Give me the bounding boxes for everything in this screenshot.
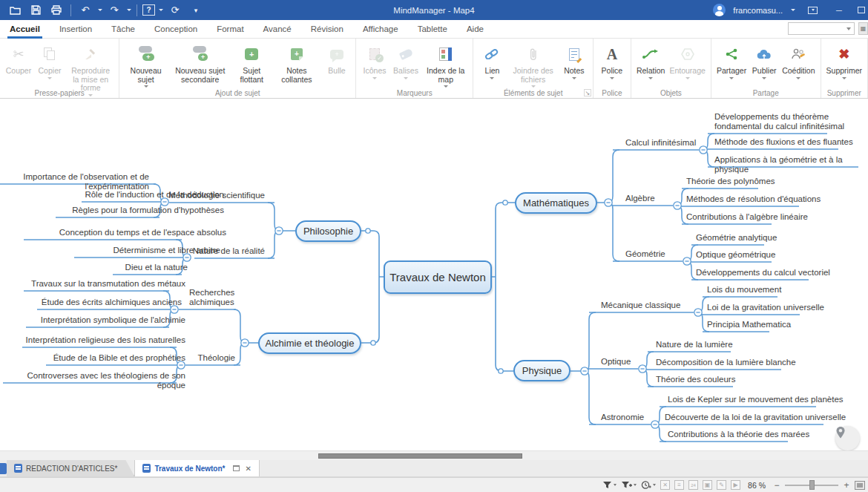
map-topic-methodes-de-resolution-d-equations[interactable]: Méthodes de résolution d'équations: [686, 194, 821, 204]
tab-revision[interactable]: Révision: [301, 20, 353, 39]
map-topic-lois-du-mouvement[interactable]: Lois du mouvement: [707, 285, 781, 295]
zoom-slider[interactable]: [785, 480, 838, 490]
map-topic-alchimie-et-theologie[interactable]: Alchimie et théologie: [258, 332, 361, 354]
horizontal-scrollbar[interactable]: [0, 450, 868, 460]
map-topic-decomposition-de-la-lumiere-blanche[interactable]: Décomposition de la lumière blanche: [656, 358, 796, 367]
split-view-icon[interactable]: [233, 465, 240, 471]
map-topic-interpretation-religieuse-des-lois-natur[interactable]: Interprétation religieuse des lois natur…: [26, 335, 185, 345]
open-file-icon[interactable]: [6, 3, 24, 18]
map-topic-loi-de-la-gravitation-universelle[interactable]: Loi de la gravitation universelle: [707, 303, 824, 312]
map-topic-applications-a-la-geometrie-et-a-la-phys[interactable]: Applications à la géométrie et à la phys…: [714, 155, 868, 174]
map-topic-interpretation-symbolique-de-l-alchimie[interactable]: Interprétation symbolique de l'alchimie: [41, 315, 185, 325]
map-topic-role-de-l-induction-et-de-la-deduction[interactable]: Rôle de l'induction et de la déduction: [85, 190, 224, 200]
close-icon[interactable]: ✕: [245, 465, 251, 473]
zoom-percentage[interactable]: 86 %: [748, 481, 766, 490]
account-name[interactable]: francomasu...: [733, 6, 783, 15]
nouveau-sujet-secondaire-button[interactable]: +Nouveau sujet secondaire: [169, 42, 231, 85]
map-topic-mecanique-classique[interactable]: Mécanique classique: [601, 301, 680, 310]
location-pin-button[interactable]: [835, 426, 860, 450]
tab-insertion[interactable]: Insertion: [50, 20, 102, 39]
map-topic-dieu-et-la-nature[interactable]: Dieu et la nature: [125, 263, 188, 272]
map-topic-calcul-infinitesimal[interactable]: Calcul infinitésimal: [625, 138, 696, 148]
police-button[interactable]: APolice: [596, 42, 628, 81]
ribbon-display-options-icon[interactable]: [803, 3, 822, 18]
zoom-in-icon[interactable]: +: [843, 480, 850, 491]
notes-button[interactable]: Notes: [559, 42, 590, 81]
map-topic-determinisme-et-libre-arbitre[interactable]: Déterminisme et libre arbitre: [114, 246, 220, 255]
map-topic-developpements-du-theoreme[interactable]: Développements du théorème fondamental d…: [714, 112, 844, 131]
help-dropdown-icon[interactable]: [159, 9, 163, 11]
map-topic-theologie[interactable]: Théologie: [197, 353, 235, 363]
search-input[interactable]: [789, 24, 846, 33]
map-topic-decouverte-de-la-loi-de-la-gravitation-u[interactable]: Découverte de la loi de la gravitation u…: [665, 413, 846, 422]
tab-tablette[interactable]: Tablette: [408, 20, 457, 39]
map-topic-theorie-des-polynomes[interactable]: Théorie des polynômes: [686, 177, 775, 186]
user-avatar[interactable]: [713, 4, 726, 16]
undo-dropdown-icon[interactable]: [98, 9, 102, 11]
search-combobox[interactable]: [788, 22, 855, 35]
add-filter-icon[interactable]: [621, 481, 637, 489]
hidden-tab-map-icon[interactable]: [0, 463, 7, 474]
supprimer-button[interactable]: ✖Supprimer: [824, 42, 864, 81]
sujet-flottant-button[interactable]: +Sujet flottant: [231, 42, 272, 85]
map-topic-lois-de-kepler-sur-le-mouvement-des-plan[interactable]: Lois de Kepler sur le mouvement des plan…: [668, 395, 844, 404]
index-de-la-map-button[interactable]: Index de la map: [421, 42, 470, 89]
filter-icon[interactable]: [602, 481, 617, 489]
map-topic-astronomie[interactable]: Astronomie: [601, 413, 644, 422]
tab-conception[interactable]: Conception: [145, 20, 207, 39]
map-canvas[interactable]: Travaux de NewtonPhilosophieAlchimie et …: [0, 99, 868, 450]
input-mode-icon[interactable]: ▦: [858, 22, 868, 35]
topic-timer-icon[interactable]: [641, 480, 656, 490]
map-topic-regles-pour-la-formulation-d-hypotheses[interactable]: Règles pour la formulation d'hypothèses: [72, 206, 224, 215]
map-topic-geometrie[interactable]: Géométrie: [625, 249, 665, 259]
dialog-launcher-icon[interactable]: ↘: [584, 89, 591, 96]
map-topic-etude-des-ecrits-alchimiques-anciens[interactable]: Étude des écrits alchimiques anciens: [42, 298, 182, 307]
document-tab-travaux-de-newton[interactable]: Travaux de Newton*✕: [134, 460, 259, 476]
tab-accueil[interactable]: Accueil: [0, 20, 50, 39]
zoom-slider-handle[interactable]: [809, 480, 815, 490]
fit-map-icon[interactable]: [855, 481, 865, 490]
zoom-out-icon[interactable]: −: [773, 480, 780, 491]
maximize-icon[interactable]: [856, 3, 867, 18]
tab-tache[interactable]: Tâche: [102, 20, 145, 39]
map-topic-physique[interactable]: Physique: [513, 360, 571, 381]
map-topic-contributions-a-l-algebre-lineaire[interactable]: Contributions à l'algèbre linéaire: [686, 212, 808, 222]
scrollbar-thumb[interactable]: [318, 453, 522, 459]
map-topic-optique-geometrique[interactable]: Optique géométrique: [696, 250, 775, 260]
redo-dropdown-icon[interactable]: [127, 9, 131, 11]
tab-format[interactable]: Format: [207, 20, 253, 39]
map-topic-importance-de-l-observation-et-de-l-expe[interactable]: Importance de l'observation et de l'expé…: [0, 172, 149, 191]
lien-button[interactable]: Lien: [476, 42, 507, 81]
map-topic-algebre[interactable]: Algèbre: [625, 194, 655, 203]
tab-aide[interactable]: Aide: [457, 20, 493, 39]
coedition-button[interactable]: Coédition: [780, 42, 817, 81]
map-topic-geometrie-analytique[interactable]: Géométrie analytique: [696, 233, 777, 243]
map-topic-controverses-avec-les-theologiens-de-son[interactable]: Controverses avec les théologiens de son…: [0, 371, 185, 390]
map-topic-optique[interactable]: Optique: [601, 357, 631, 367]
nouveau-sujet-button[interactable]: +Nouveau sujet: [122, 42, 168, 89]
customize-toolbar-icon[interactable]: ▾: [187, 3, 205, 18]
map-topic-contributions-a-la-theorie-des-marees[interactable]: Contributions à la théorie des marées: [668, 430, 809, 439]
map-topic-theorie-des-couleurs[interactable]: Théorie des couleurs: [656, 375, 735, 384]
document-tab-redaction-d-articles[interactable]: REDACTION D'ARTICLES*: [7, 460, 134, 476]
account-dropdown-icon[interactable]: [791, 9, 795, 11]
map-topic-travaux-de-newton[interactable]: Travaux de Newton: [384, 260, 492, 294]
minimize-icon[interactable]: ─: [829, 3, 849, 18]
publier-button[interactable]: Publier: [749, 42, 780, 81]
relation-button[interactable]: Relation: [634, 42, 668, 81]
map-topic-mathematiques[interactable]: Mathématiques: [515, 192, 597, 214]
map-topic-methode-des-fluxions-et-des-fluantes[interactable]: Méthode des fluxions et des fluantes: [714, 137, 853, 147]
partager-button[interactable]: Partager: [714, 42, 749, 81]
tab-affichage[interactable]: Affichage: [353, 20, 408, 39]
chevron-down-icon[interactable]: [846, 27, 851, 30]
print-icon[interactable]: [47, 3, 65, 18]
tab-avance[interactable]: Avancé: [254, 20, 301, 39]
map-topic-recherches[interactable]: Recherches alchimiques: [189, 288, 234, 306]
map-topic-developpements-du-calcul-vectoriel[interactable]: Développements du calcul vectoriel: [696, 268, 830, 278]
map-topic-etude-de-la-bible-et-des-propheties[interactable]: Étude de la Bible et des prophéties: [53, 353, 185, 363]
map-topic-conception-du-temps-et-de-l-espace-absol[interactable]: Conception du temps et de l'espace absol…: [59, 228, 226, 237]
save-icon[interactable]: [27, 3, 45, 18]
notes-collantes-button[interactable]: +Notes collantes: [272, 42, 321, 85]
map-topic-nature-de-la-lumiere[interactable]: Nature de la lumière: [656, 340, 733, 350]
undo-icon[interactable]: ↶: [76, 3, 94, 18]
